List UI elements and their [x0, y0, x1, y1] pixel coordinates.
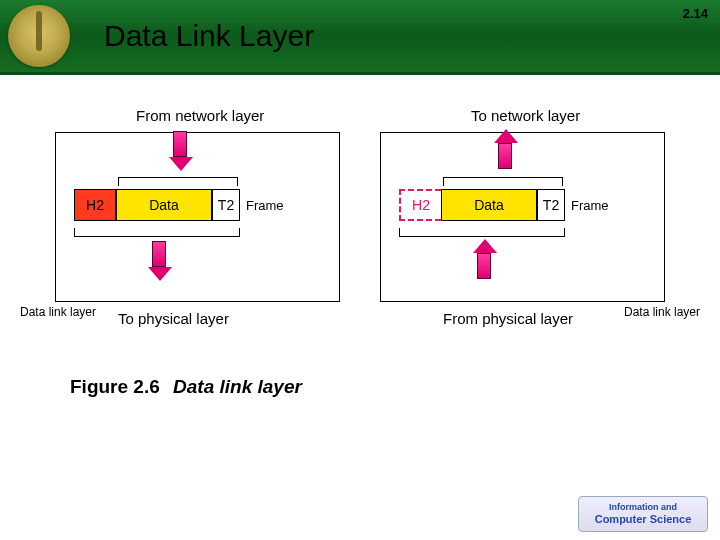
sender-panel: From network layer H2 Data T2 Frame To p… [55, 132, 340, 302]
university-seal-icon [8, 5, 70, 67]
to-physical-layer-label: To physical layer [118, 310, 229, 327]
figure-caption: Figure 2.6 Data link layer [70, 376, 670, 398]
frame-label: Frame [246, 198, 284, 213]
layer-label: Data link layer [20, 305, 96, 319]
trailer-t2-cell: T2 [212, 189, 240, 221]
to-network-layer-label: To network layer [471, 107, 580, 124]
slide-title: Data Link Layer [104, 19, 314, 53]
slide-header: Data Link Layer 2.14 [0, 0, 720, 72]
arrow-up-icon [473, 239, 495, 279]
bottom-bracket [74, 227, 240, 237]
arrow-down-icon [169, 131, 191, 171]
layer-label: Data link layer [624, 305, 700, 319]
frame-row: H2 Data T2 Frame [399, 189, 609, 221]
trailer-t2-cell: T2 [537, 189, 565, 221]
bottom-bracket [399, 227, 565, 237]
frame-label: Frame [571, 198, 609, 213]
department-logo-icon: Information and Computer Science [578, 496, 708, 532]
page-number: 2.14 [683, 6, 708, 21]
data-cell: Data [441, 189, 537, 221]
figure-number: Figure 2.6 [70, 376, 160, 397]
top-bracket [443, 177, 563, 187]
from-network-layer-label: From network layer [136, 107, 264, 124]
data-cell: Data [116, 189, 212, 221]
arrow-up-icon [494, 129, 516, 169]
header-h2-cell-dashed: H2 [399, 189, 441, 221]
frame-row: H2 Data T2 Frame [74, 189, 284, 221]
figure-description: Data link layer [173, 376, 302, 397]
footer-line1: Information and [609, 503, 677, 513]
arrow-down-icon [148, 241, 170, 281]
receiver-panel: To network layer H2 Data T2 Frame From p… [380, 132, 665, 302]
figure-diagram: From network layer H2 Data T2 Frame To p… [50, 132, 670, 302]
header-h2-cell: H2 [74, 189, 116, 221]
top-bracket [118, 177, 238, 187]
slide-body: From network layer H2 Data T2 Frame To p… [0, 72, 720, 398]
from-physical-layer-label: From physical layer [443, 310, 573, 327]
footer-line2: Computer Science [595, 513, 692, 525]
